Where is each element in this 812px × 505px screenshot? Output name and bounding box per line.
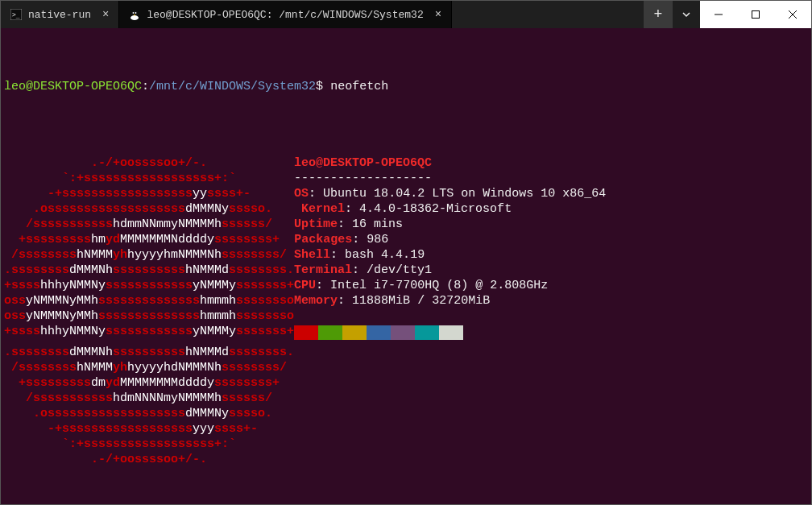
close-icon[interactable]: × [102,8,109,21]
close-icon[interactable]: × [435,8,441,21]
new-tab-button[interactable]: + [644,1,673,28]
titlebar: >_ native-run × leo@DESKTOP-OPEO6QC: /mn… [1,1,811,28]
ascii-logo-line: .-/+oossssoo+/-. [4,452,294,467]
neofetch-row: -+ssssssssssssssssssyyyssss+- [4,421,808,437]
neofetch-info-line: OS: Ubuntu 18.04.2 LTS on Windows 10 x86… [294,186,606,201]
svg-point-4 [133,12,135,14]
tab-dropdown-button[interactable] [673,1,700,28]
color-block [391,325,415,340]
neofetch-info-line: Uptime: 16 mins [294,217,403,232]
prompt-cwd: /mnt/c/WINDOWS/System32 [149,79,316,94]
neofetch-info-line [294,324,463,345]
neofetch-row: -+ssssssssssssssssssyyssss+- OS: Ubuntu … [4,186,808,201]
neofetch-row: .osssssssssssssssssssdMMMNysssso. Kernel… [4,201,808,217]
terminal-body[interactable]: leo@DESKTOP-OPEO6QC:/mnt/c/WINDOWS/Syste… [1,28,811,504]
ascii-logo-line: ossyNMMMNyMMhsssssssssssssshmmmhssssssso [4,308,294,324]
tab-label: native-run [28,9,91,21]
neofetch-row: +sssshhhyNMMNyssssssssssssyNMMMysssssss+… [4,278,808,293]
neofetch-row: .ssssssssdMMMNhsssssssssshNMMMdssssssss.… [4,263,808,278]
prompt-sep: : [142,79,149,94]
neofetch-info-line: leo@DESKTOP-OPEO6QC [294,155,432,171]
neofetch-row: ossyNMMMNyMMhsssssssssssssshmmmhssssssso… [4,293,808,308]
neofetch-row: `:+ssssssssssssssssss+:` [4,437,808,452]
neofetch-row: +sssssssssdmydMMMMMMMMddddyssssssss+ [4,375,808,391]
terminal-window: >_ native-run × leo@DESKTOP-OPEO6QC: /mn… [0,0,812,505]
neofetch-info-line [294,308,301,324]
neofetch-info-line [294,421,301,437]
neofetch-info-line [294,452,301,467]
neofetch-row: /sssssssshNMMMyhhyyyyhmNMMMNhssssssss/ S… [4,247,808,263]
color-block [367,325,391,340]
neofetch-info-line: Kernel: 4.4.0-18362-Microsoft [301,201,512,217]
ascii-logo-line: -+ssssssssssssssssssyyyssss+- [4,421,294,437]
ascii-logo-line: .ssssssssdMMMNhsssssssssshNMMMdssssssss. [4,345,294,360]
svg-point-5 [135,12,137,14]
ascii-logo-line: /ssssssssssshdmNNNNmyNMMMMhssssss/ [4,391,294,406]
neofetch-row: .-/+oossssoo+/-. [4,452,808,467]
ascii-logo-line: .osssssssssssssssssssdMMMNysssso. [4,406,301,421]
tab-native-run[interactable]: >_ native-run × [1,1,119,28]
color-block [318,325,342,340]
prompt-sigil: $ [316,79,323,94]
prompt-userhost: leo@DESKTOP-OPEO6QC [4,79,142,94]
chevron-down-icon [682,10,691,19]
ascii-logo-line: .-/+oossssoo+/-. [4,155,294,171]
tux-icon [129,9,140,20]
color-block [294,325,318,340]
ascii-logo-line: +sssshhhyNMMNyssssssssssssyNMMMysssssss+ [4,278,294,293]
neofetch-info-line [294,360,301,375]
color-block [439,325,463,340]
tab-wsl-ubuntu[interactable]: leo@DESKTOP-OPEO6QC: /mnt/c/WINDOWS/Syst… [119,1,452,28]
command-typed: neofetch [323,79,388,94]
color-block [415,325,439,340]
neofetch-output: .-/+oossssoo+/-. leo@DESKTOP-OPEO6QC `:+… [4,155,808,467]
close-icon [789,10,797,19]
maximize-button[interactable] [737,1,774,28]
minimize-icon [715,10,723,19]
neofetch-row: .osssssssssssssssssssdMMMNysssso. [4,406,808,421]
neofetch-info-line [294,345,301,360]
color-blocks [294,325,463,340]
ascii-logo-line: ossyNMMMNyMMhsssssssssssssshmmmhssssssso [4,293,294,308]
neofetch-row: /sssssssshNMMMyhhyyyyhdNMMMNhssssssss/ [4,360,808,375]
neofetch-info-line: Shell: bash 4.4.19 [294,247,425,263]
tab-strip: >_ native-run × leo@DESKTOP-OPEO6QC: /mn… [1,1,644,28]
window-controls [700,1,811,28]
ascii-logo-line: +sssshhhyNMMNyssssssssssssyNMMMysssssss+ [4,324,294,345]
ascii-logo-line: .osssssssssssssssssssdMMMNysssso. [4,201,301,217]
ascii-logo-line: /ssssssssssshdmmNNmmyNMMMMhssssss/ [4,217,294,232]
neofetch-row: `:+ssssssssssssssssss+:` ---------------… [4,171,808,186]
neofetch-info-line: CPU: Intel i7-7700HQ (8) @ 2.808GHz [294,278,548,293]
neofetch-info-line: Memory: 11888MiB / 32720MiB [294,293,490,308]
neofetch-info-line [294,391,301,406]
neofetch-row: .ssssssssdMMMNhsssssssssshNMMMdssssssss. [4,345,808,360]
neofetch-info-line: Terminal: /dev/tty1 [294,263,432,278]
ascii-logo-line: +ssssssssshmydMMMMMMMNddddyssssssss+ [4,232,294,247]
ascii-logo-line: `:+ssssssssssssssssss+:` [4,171,294,186]
neofetch-info-line: Packages: 986 [294,232,388,247]
neofetch-row: .-/+oossssoo+/-. leo@DESKTOP-OPEO6QC [4,155,808,171]
tab-label: leo@DESKTOP-OPEO6QC: /mnt/c/WINDOWS/Syst… [147,9,423,21]
svg-text:>_: >_ [12,11,20,19]
minimize-button[interactable] [700,1,737,28]
close-window-button[interactable] [774,1,811,28]
neofetch-row: +ssssssssshmydMMMMMMMNddddyssssssss+ Pac… [4,232,808,247]
color-block [342,325,367,340]
ascii-logo-line: /sssssssshNMMMyhhyyyyhmNMMMNhssssssss/ [4,247,294,263]
neofetch-info-line [301,406,309,421]
neofetch-info-line [294,375,301,391]
svg-rect-8 [752,11,760,19]
maximize-icon [752,10,760,19]
ascii-logo-line: -+ssssssssssssssssssyyssss+- [4,186,294,201]
ascii-logo-line: .ssssssssdMMMNhsssssssssshNMMMdssssssss. [4,263,294,278]
neofetch-row: /ssssssssssshdmNNNNmyNMMMMhssssss/ [4,391,808,406]
ascii-logo-line: /sssssssshNMMMyhhyyyyhdNMMMNhssssssss/ [4,360,294,375]
neofetch-row: /ssssssssssshdmmNNmmyNMMMMhssssss/ Uptim… [4,217,808,232]
ascii-logo-line: +sssssssssdmydMMMMMMMMddddyssssssss+ [4,375,294,391]
prompt-line-1: leo@DESKTOP-OPEO6QC:/mnt/c/WINDOWS/Syste… [4,79,808,94]
neofetch-row: ossyNMMMNyMMhsssssssssssssshmmmhssssssso [4,308,808,324]
ascii-logo-line: `:+ssssssssssssssssss+:` [4,437,294,452]
neofetch-row: +sssshhhyNMMNyssssssssssssyNMMMysssssss+ [4,324,808,345]
neofetch-info-line: ------------------- [294,171,432,186]
cmd-icon: >_ [10,9,22,20]
